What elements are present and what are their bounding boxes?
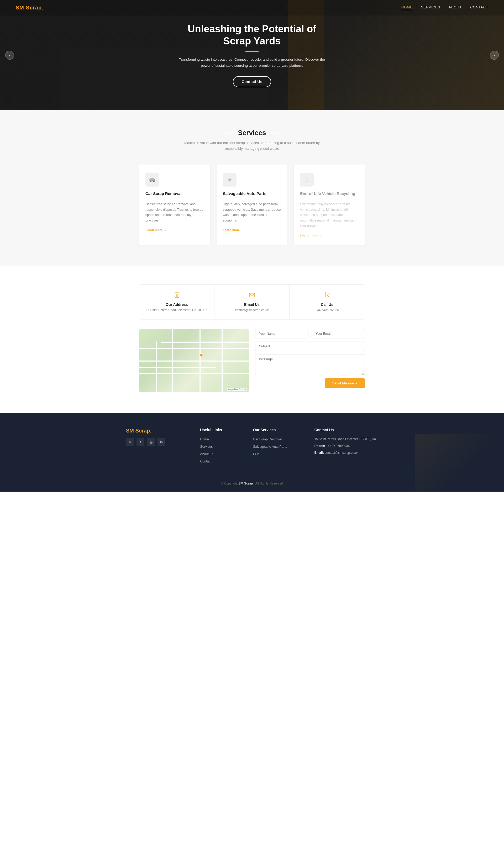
svg-rect-4 bbox=[150, 180, 152, 181]
footer-twitter-icon[interactable]: 𝕏 bbox=[126, 438, 134, 446]
contact-message-input[interactable] bbox=[255, 354, 365, 375]
footer-link-services[interactable]: Services bbox=[200, 445, 213, 448]
contact-main-row: Map data ©2025 Send Message bbox=[139, 329, 365, 392]
contact-email-value: contact@smscrap.co.uk bbox=[220, 308, 284, 312]
nav-link-services[interactable]: SERVICES bbox=[421, 5, 441, 10]
service-card-desc-1: Hassle-free scrap car removal and respon… bbox=[145, 202, 204, 223]
service-card-desc-3: Environmentally friendly end-of-life veh… bbox=[300, 202, 359, 229]
contact-address-value: 15 Saint Peters Road Leicester LE21DF, U… bbox=[145, 308, 209, 312]
service-card-title-2: Salvageable Auto Parts bbox=[223, 191, 281, 196]
building-icon bbox=[145, 292, 209, 300]
footer-contact-phone: Phone: +44 7405892936 bbox=[314, 444, 378, 448]
hero-cta-button[interactable]: Contact Us bbox=[233, 76, 271, 87]
footer-instagram-icon[interactable]: ◎ bbox=[147, 438, 155, 446]
footer-services-col: Our Services Car Scrap Removal Salvageab… bbox=[253, 428, 304, 466]
service-card-divider-1 bbox=[145, 198, 153, 198]
hero-section: ‹ Unleashing the Potential of Scrap Yard… bbox=[0, 0, 504, 110]
services-subtitle: Maximize value with our efficient scrap … bbox=[184, 140, 320, 151]
footer-link-contact[interactable]: Contact bbox=[200, 460, 211, 463]
footer-link-about[interactable]: About us bbox=[200, 452, 213, 456]
service-card-divider-3 bbox=[300, 198, 307, 198]
car-icon bbox=[149, 176, 156, 183]
footer: SM Scrap. 𝕏 f ◎ in Useful Links Home Ser… bbox=[0, 413, 504, 492]
hero-next-button[interactable]: › bbox=[490, 51, 499, 60]
recycle-icon bbox=[303, 176, 311, 183]
services-title-wrap: Services bbox=[16, 129, 488, 137]
hero-next-icon: › bbox=[493, 53, 495, 58]
service-learn-more-2[interactable]: Learn more → bbox=[223, 228, 244, 232]
footer-contact-col: Contact Us 15 Saint Peters Road Leiceste… bbox=[314, 428, 378, 466]
svg-rect-13 bbox=[177, 295, 178, 296]
service-icon-gear bbox=[223, 173, 237, 187]
gear-icon bbox=[226, 176, 233, 183]
email-icon bbox=[220, 292, 284, 300]
nav-link-home[interactable]: HOME bbox=[401, 5, 413, 10]
contact-card-email: Email Us contact@smscrap.co.uk bbox=[214, 285, 290, 319]
footer-facebook-icon[interactable]: f bbox=[136, 438, 144, 446]
svg-rect-12 bbox=[176, 295, 177, 296]
service-learn-more-1[interactable]: Learn more → bbox=[145, 228, 167, 232]
services-title-line-right bbox=[270, 133, 281, 133]
footer-contact-email: Email: contact@smscrap.co.uk bbox=[314, 450, 378, 455]
svg-rect-14 bbox=[176, 296, 178, 298]
contact-map: Map data ©2025 bbox=[139, 329, 249, 392]
navbar-logo[interactable]: SM Scrap. bbox=[16, 5, 44, 11]
service-learn-more-3[interactable]: Learn more → bbox=[300, 233, 321, 237]
contact-email-input[interactable] bbox=[312, 329, 365, 339]
hero-prev-button[interactable]: ‹ bbox=[5, 51, 14, 60]
contact-card-address: Our Address 15 Saint Peters Road Leicest… bbox=[139, 285, 214, 319]
footer-email-value: contact@smscrap.co.uk bbox=[325, 451, 358, 455]
footer-email-label: Email: bbox=[314, 451, 324, 455]
footer-service-auto-parts[interactable]: Salvageable Auto Parts bbox=[253, 445, 287, 448]
service-card-auto-parts: Salvageable Auto Parts High-quality, sal… bbox=[217, 164, 288, 245]
contact-name-input[interactable] bbox=[255, 329, 309, 339]
svg-rect-15 bbox=[249, 293, 255, 297]
footer-logo-text: SM Scrap. bbox=[126, 428, 151, 433]
service-card-title-3: End-of-Life Vehicle Recycling bbox=[300, 191, 359, 196]
footer-linkedin-icon[interactable]: in bbox=[158, 438, 165, 446]
contact-address-title: Our Address bbox=[145, 302, 209, 307]
footer-grid: SM Scrap. 𝕏 f ◎ in Useful Links Home Ser… bbox=[126, 428, 378, 466]
contact-subject-input[interactable] bbox=[255, 342, 365, 351]
footer-copyright-brand: SM Scrap bbox=[239, 482, 253, 485]
footer-useful-links-title: Useful Links bbox=[200, 428, 242, 432]
footer-useful-links-list: Home Services About us Contact bbox=[200, 437, 242, 463]
contact-email-title: Email Us bbox=[220, 302, 284, 307]
contact-phone-title: Call Us bbox=[295, 302, 359, 307]
service-icon-car bbox=[145, 173, 159, 187]
navbar-links: HOME SERVICES ABOUT CONTACT bbox=[401, 5, 488, 10]
footer-service-elv[interactable]: ELV bbox=[253, 452, 259, 456]
contact-form-row-1 bbox=[255, 329, 365, 339]
hero-subtitle: Transforming waste into treasures. Conne… bbox=[178, 57, 326, 69]
contact-submit-button[interactable]: Send Message bbox=[325, 378, 365, 388]
svg-rect-5 bbox=[153, 180, 154, 181]
service-card-divider-2 bbox=[223, 198, 230, 198]
services-grid: Car Scrap Removal Hassle-free scrap car … bbox=[139, 164, 365, 245]
contact-form: Send Message bbox=[255, 329, 365, 392]
phone-icon bbox=[295, 292, 359, 300]
footer-phone-label: Phone: bbox=[314, 444, 325, 448]
footer-service-car-scrap[interactable]: Car Scrap Removal bbox=[253, 438, 282, 441]
contact-card-phone: Call Us +44 7405892936 bbox=[290, 285, 365, 319]
nav-link-contact[interactable]: CONTACT bbox=[470, 5, 488, 10]
footer-useful-links-col: Useful Links Home Services About us Cont… bbox=[200, 428, 242, 466]
footer-brand-col: SM Scrap. 𝕏 f ◎ in bbox=[126, 428, 190, 466]
footer-link-home[interactable]: Home bbox=[200, 438, 209, 441]
footer-contact-title: Contact Us bbox=[314, 428, 378, 432]
svg-rect-1 bbox=[150, 178, 154, 180]
footer-services-list: Car Scrap Removal Salvageable Auto Parts… bbox=[253, 437, 304, 456]
navbar: SM Scrap. HOME SERVICES ABOUT CONTACT bbox=[0, 0, 504, 15]
hero-prev-icon: ‹ bbox=[9, 53, 11, 58]
hero-content: Unleashing the Potential of Scrap Yards … bbox=[173, 23, 331, 87]
svg-point-3 bbox=[153, 181, 154, 182]
footer-bottom: © Copyright SM Scrap . All Rights Reserv… bbox=[16, 477, 488, 485]
contact-section: Our Address 15 Saint Peters Road Leicest… bbox=[0, 266, 504, 413]
hero-divider bbox=[246, 51, 258, 52]
service-card-elv: End-of-Life Vehicle Recycling Environmen… bbox=[294, 164, 365, 245]
footer-contact-address: 15 Saint Peters Road Leicester LE21DF, U… bbox=[314, 437, 378, 441]
svg-rect-8 bbox=[305, 181, 309, 182]
footer-copyright-suffix: . All Rights Reserved bbox=[254, 482, 283, 485]
footer-socials: 𝕏 f ◎ in bbox=[126, 438, 190, 446]
footer-copyright: © Copyright bbox=[221, 482, 238, 485]
nav-link-about[interactable]: ABOUT bbox=[449, 5, 462, 10]
